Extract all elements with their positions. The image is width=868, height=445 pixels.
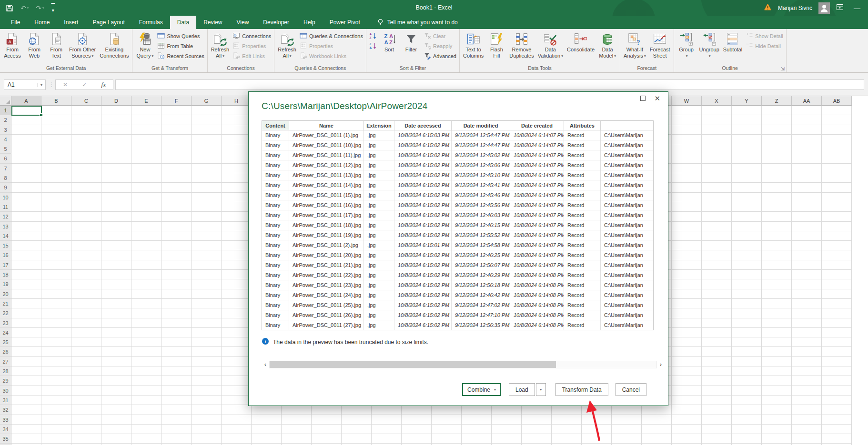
row-header-27[interactable]: 27 (0, 357, 11, 366)
dialog-close-icon[interactable]: ✕ (654, 95, 660, 101)
existing-connections-button[interactable]: ExistingConnections (98, 30, 131, 59)
row-header-4[interactable]: 4 (0, 135, 11, 144)
combine-button[interactable]: Combine▾ (462, 383, 501, 396)
column-header-name[interactable]: Name (289, 121, 364, 130)
column-header-w[interactable]: W (672, 96, 702, 106)
transform-data-button[interactable]: Transform Data (555, 383, 608, 396)
row-header-35[interactable]: 35 (0, 434, 11, 444)
tab-help[interactable]: Help (296, 16, 323, 29)
text-to-columns-button[interactable]: Text toColumns (461, 30, 485, 59)
account-user-name[interactable]: Marijan Sivric (778, 5, 812, 11)
row-header-19[interactable]: 19 (0, 279, 11, 289)
tab-power-pivot[interactable]: Power Pivot (323, 16, 367, 29)
tab-formulas[interactable]: Formulas (132, 16, 170, 29)
select-all-button[interactable] (0, 96, 11, 106)
new-query-button[interactable]: NewQuery▾ (134, 30, 156, 59)
clear-button[interactable]: Clear (422, 31, 458, 40)
flash-fill-button[interactable]: FlashFill (485, 30, 507, 59)
row-header-18[interactable]: 18 (0, 270, 11, 279)
reapply-button[interactable]: Reapply (422, 41, 458, 50)
row-header-3[interactable]: 3 (0, 125, 11, 135)
row-header-1[interactable]: 1 (0, 106, 11, 115)
data-model-button[interactable]: DataModel▾ (596, 30, 618, 59)
column-header-fol[interactable]: Fol (601, 121, 654, 130)
refresh-all-button[interactable]: RefreshAll▾ (209, 30, 232, 59)
column-header-date-modified[interactable]: Date modified (452, 121, 510, 130)
show-detail-button[interactable]: Show Detail (744, 31, 785, 40)
scrollbar-track[interactable] (269, 361, 657, 368)
minimize-button[interactable]: — (850, 4, 864, 12)
row-header-28[interactable]: 28 (0, 366, 11, 376)
tab-file[interactable]: File (4, 16, 27, 29)
workbook-links-button[interactable]: Workbook Links (298, 51, 364, 60)
sort-ascending-button[interactable]: AZ (368, 31, 378, 40)
row-header-22[interactable]: 22 (0, 308, 11, 318)
column-header-ab[interactable]: AB (822, 96, 852, 106)
forecast-sheet-button[interactable]: ForecastSheet (648, 30, 672, 59)
tab-view[interactable]: View (230, 16, 256, 29)
sort-descending-button[interactable]: ZA (368, 41, 378, 50)
name-box-dropdown-icon[interactable]: ▾ (37, 83, 45, 87)
name-box[interactable]: A1 ▾ (4, 79, 46, 90)
tell-me-box[interactable]: Tell me what you want to do (370, 16, 464, 29)
formula-bar-drag-handle[interactable]: ⋮ (49, 79, 55, 90)
row-header-29[interactable]: 29 (0, 376, 11, 386)
dialog-launcher-icon[interactable]: ⇲ (780, 67, 784, 71)
row-header-30[interactable]: 30 (0, 386, 11, 396)
row-header-34[interactable]: 34 (0, 425, 11, 434)
filter-button[interactable]: Filter (400, 30, 422, 53)
tab-insert[interactable]: Insert (57, 16, 85, 29)
tab-developer[interactable]: Developer (256, 16, 296, 29)
insert-function-icon[interactable]: fx (101, 81, 106, 89)
properties-button[interactable]: Properties (231, 41, 273, 50)
refresh-all-button[interactable]: RefreshAll▾ (276, 30, 298, 59)
column-header-date-created[interactable]: Date created (510, 121, 564, 130)
column-header-f[interactable]: F (161, 96, 192, 106)
edit-links-button[interactable]: Edit Links (231, 51, 273, 60)
group-button[interactable]: Group▾ (676, 30, 697, 59)
recent-sources-button[interactable]: Recent Sources (156, 51, 205, 60)
column-header-aa[interactable]: AA (792, 96, 822, 106)
hide-detail-button[interactable]: Hide Detail (744, 41, 785, 50)
row-header-10[interactable]: 10 (0, 193, 11, 202)
column-header-z[interactable]: Z (762, 96, 792, 106)
scrollbar-thumb[interactable] (270, 361, 556, 368)
row-header-32[interactable]: 32 (0, 405, 11, 415)
row-header-6[interactable]: 6 (0, 154, 11, 163)
row-header-2[interactable]: 2 (0, 115, 11, 125)
ungroup-button[interactable]: Ungroup▾ (697, 30, 721, 59)
row-header-21[interactable]: 21 (0, 299, 11, 308)
row-header-20[interactable]: 20 (0, 289, 11, 299)
column-header-g[interactable]: G (192, 96, 222, 106)
row-header-33[interactable]: 33 (0, 415, 11, 425)
what-if-analysis-button[interactable]: ?What-IfAnalysis▾ (622, 30, 648, 59)
row-header-16[interactable]: 16 (0, 250, 11, 260)
cancel-entry-icon[interactable]: ✕ (63, 81, 68, 88)
from-other-sources-button[interactable]: From OtherSources▾ (67, 30, 98, 59)
column-header-content[interactable]: Content (262, 121, 289, 130)
row-header-26[interactable]: 26 (0, 347, 11, 356)
avatar[interactable] (818, 2, 830, 14)
sort-button[interactable]: ZAAZSort (378, 30, 400, 53)
row-header-17[interactable]: 17 (0, 260, 11, 270)
properties-button[interactable]: Properties (298, 41, 364, 50)
row-header-12[interactable]: 12 (0, 212, 11, 221)
tab-data[interactable]: Data (170, 16, 196, 29)
column-header-a[interactable]: A (11, 96, 41, 106)
column-header-x[interactable]: X (702, 96, 732, 106)
data-validation-button[interactable]: DataValidation▾ (536, 30, 565, 59)
column-header-attributes[interactable]: Attributes (564, 121, 601, 130)
row-header-25[interactable]: 25 (0, 337, 11, 347)
scroll-right-icon[interactable]: › (657, 360, 665, 369)
row-header-24[interactable]: 24 (0, 328, 11, 337)
row-header-31[interactable]: 31 (0, 396, 11, 405)
remove-duplicates-button[interactable]: RemoveDuplicates (507, 30, 535, 59)
from-web-button[interactable]: FromWeb (23, 30, 45, 59)
tab-home[interactable]: Home (27, 16, 57, 29)
row-header-15[interactable]: 15 (0, 241, 11, 250)
row-header-14[interactable]: 14 (0, 231, 11, 241)
connections-button[interactable]: Connections (231, 31, 273, 40)
row-header-9[interactable]: 9 (0, 183, 11, 192)
column-header-c[interactable]: C (71, 96, 101, 106)
subtotal-button[interactable]: Subtotal (721, 30, 744, 53)
